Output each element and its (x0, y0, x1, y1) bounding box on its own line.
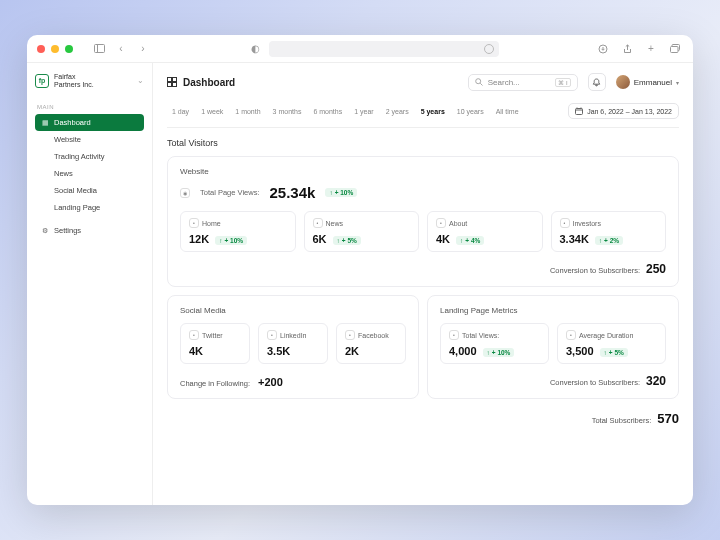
user-menu[interactable]: Emmanuel ▾ (616, 75, 679, 89)
stat-value: 12K (189, 233, 209, 245)
stat-value: 3.5K (267, 345, 290, 357)
sidebar-item-news[interactable]: News (35, 165, 144, 182)
avatar (616, 75, 630, 89)
time-range-1year[interactable]: 1 year (349, 106, 378, 117)
website-card: Website ◉ Total Page Views: 25.34k ↑+ 10… (167, 156, 679, 287)
search-input[interactable]: Search... ⌘ I (468, 74, 578, 91)
delta-badge: ↑+ 2% (595, 236, 623, 245)
time-range-Alltime[interactable]: All time (491, 106, 524, 117)
svg-point-9 (475, 79, 480, 84)
stat-icon: • (313, 218, 323, 228)
notifications-button[interactable] (588, 73, 606, 91)
svg-rect-0 (94, 45, 104, 53)
calendar-icon (575, 107, 583, 115)
stat-total-views-: •Total Views:4,000↑+ 10% (440, 323, 549, 364)
user-name: Emmanuel (634, 78, 672, 87)
stat-value: 4K (436, 233, 450, 245)
nav-icon: ▦ (41, 119, 49, 127)
social-stats: •Twitter4K•LinkedIn3.5K•Facebook2K (180, 323, 406, 364)
sidebar-item-label: Dashboard (54, 118, 91, 127)
window-close-dot[interactable] (37, 45, 45, 53)
time-range-10years[interactable]: 10 years (452, 106, 489, 117)
stat-news: •News6K↑+ 5% (304, 211, 420, 252)
time-range-1month[interactable]: 1 month (230, 106, 265, 117)
svg-line-10 (480, 83, 482, 85)
stat-about: •About4K↑+ 4% (427, 211, 543, 252)
total-subscribers: Total Subscribers: 570 (167, 411, 679, 426)
svg-rect-11 (576, 109, 583, 115)
stat-name: Twitter (202, 332, 223, 339)
time-range-2years[interactable]: 2 years (381, 106, 414, 117)
stat-name: LinkedIn (280, 332, 306, 339)
sidebar-item-trading-activity[interactable]: Trading Activity (35, 148, 144, 165)
tabs-icon[interactable] (667, 41, 683, 57)
nav-forward-icon[interactable]: › (135, 41, 151, 57)
svg-rect-5 (168, 78, 172, 82)
sidebar-item-social-media[interactable]: Social Media (35, 182, 144, 199)
nav-back-icon[interactable]: ‹ (113, 41, 129, 57)
delta-badge: ↑+ 5% (333, 236, 361, 245)
stat-icon: • (189, 218, 199, 228)
sidebar-item-settings[interactable]: ⚙ Settings (35, 222, 144, 239)
stat-name: News (326, 220, 344, 227)
search-shortcut: ⌘ I (555, 78, 570, 87)
card-title: Landing Page Metrics (440, 306, 666, 315)
stat-name: Investors (573, 220, 601, 227)
sidebar-item-label: Landing Page (54, 203, 100, 212)
chevron-down-icon: ▾ (676, 79, 679, 86)
stat-investors: •Investors3.34K↑+ 2% (551, 211, 667, 252)
stat-icon: • (560, 218, 570, 228)
sidebar-item-landing-page[interactable]: Landing Page (35, 199, 144, 216)
stat-linkedin: •LinkedIn3.5K (258, 323, 328, 364)
metric-label: Total Page Views: (200, 188, 259, 197)
change-following: Change in Following: +200 (180, 376, 406, 388)
window-minimize-dot[interactable] (51, 45, 59, 53)
sidebar-toggle-icon[interactable] (91, 41, 107, 57)
new-tab-icon[interactable]: + (643, 41, 659, 57)
stat-value: 3.34K (560, 233, 589, 245)
stat-icon: • (566, 330, 576, 340)
bell-icon (592, 78, 601, 87)
stat-value: 4K (189, 345, 203, 357)
svg-rect-7 (168, 83, 172, 87)
window-zoom-dot[interactable] (65, 45, 73, 53)
gear-icon: ⚙ (41, 227, 49, 235)
app-window: ‹ › ◐ + fp FairfaxPartners Inc. (27, 35, 693, 505)
brand[interactable]: fp FairfaxPartners Inc. ⌄ (35, 73, 144, 88)
stat-name: About (449, 220, 467, 227)
delta-badge: ↑+ 10% (483, 348, 515, 357)
sidebar-item-label: Website (54, 135, 81, 144)
time-range-3months[interactable]: 3 months (268, 106, 307, 117)
time-range-1day[interactable]: 1 day (167, 106, 194, 117)
time-range-1week[interactable]: 1 week (196, 106, 228, 117)
sidebar-item-label: Social Media (54, 186, 97, 195)
share-icon[interactable] (619, 41, 635, 57)
date-range-text: Jan 6, 2022 – Jan 13, 2022 (587, 108, 672, 115)
brand-chevron-icon: ⌄ (137, 76, 144, 85)
stat-icon: • (436, 218, 446, 228)
shield-icon: ◐ (247, 41, 263, 57)
time-range-tabs: 1 day1 week1 month3 months6 months1 year… (167, 97, 679, 128)
card-title: Social Media (180, 306, 406, 315)
delta-badge: ↑+ 5% (600, 348, 628, 357)
stat-value: 3,500 (566, 345, 594, 357)
stat-average-duration: •Average Duration3,500↑+ 5% (557, 323, 666, 364)
conversion-row: Conversion to Subscribers: 320 (440, 374, 666, 388)
sidebar-item-website[interactable]: Website (35, 131, 144, 148)
sidebar-item-label: Settings (54, 226, 81, 235)
address-bar[interactable] (269, 41, 499, 57)
sidebar-item-label: Trading Activity (54, 152, 105, 161)
content-area: Dashboard Search... ⌘ I Emmanuel ▾ (153, 63, 693, 505)
sidebar-item-dashboard[interactable]: ▦Dashboard (35, 114, 144, 131)
total-page-views: ◉ Total Page Views: 25.34k ↑+ 10% (180, 184, 666, 201)
download-icon[interactable] (595, 41, 611, 57)
stat-twitter: •Twitter4K (180, 323, 250, 364)
time-range-5years[interactable]: 5 years (416, 106, 450, 117)
dashboard-icon (167, 77, 177, 87)
delta-badge: ↑+ 10% (215, 236, 247, 245)
sidebar: fp FairfaxPartners Inc. ⌄ MAIN ▦Dashboar… (27, 63, 153, 505)
date-range-picker[interactable]: Jan 6, 2022 – Jan 13, 2022 (568, 103, 679, 119)
search-icon (475, 78, 483, 86)
time-range-6months[interactable]: 6 months (308, 106, 347, 117)
delta-badge: ↑+ 4% (456, 236, 484, 245)
